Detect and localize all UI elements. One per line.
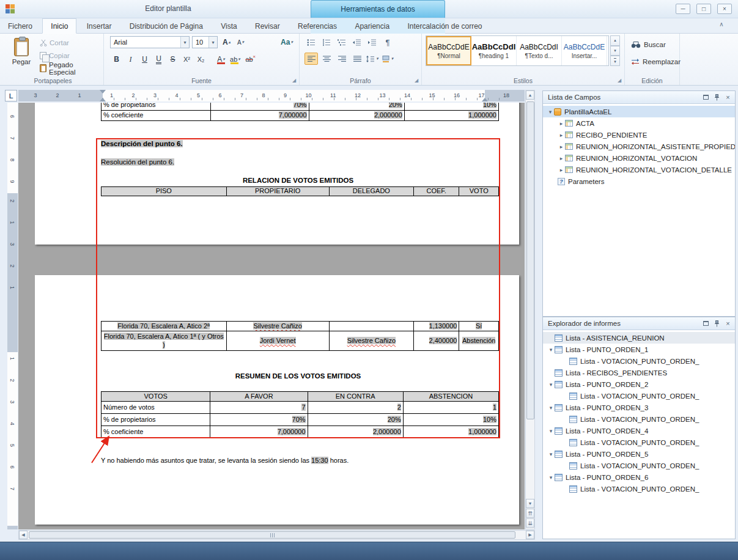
- gallery-expand-button[interactable]: ▾: [610, 56, 620, 66]
- italic-button[interactable]: I: [124, 53, 137, 65]
- scroll-up-button[interactable]: ▲: [526, 90, 534, 100]
- strikethrough-button[interactable]: S: [166, 53, 179, 65]
- dialog-launcher-icon[interactable]: ◢: [291, 78, 297, 84]
- expand-icon[interactable]: ▸: [558, 120, 565, 127]
- dialog-launcher-icon[interactable]: ◢: [616, 78, 622, 84]
- tab-apariencia[interactable]: Apariencia: [347, 19, 397, 34]
- superscript-button[interactable]: X²: [180, 53, 193, 65]
- double-underline-button[interactable]: U: [156, 55, 161, 64]
- coefficient-table[interactable]: % de propietarios 70% 20% 10% % coeficie…: [101, 103, 499, 121]
- table-row[interactable]: % de propietarios 70% 20% 10%: [101, 103, 499, 111]
- maximize-panel-button[interactable]: [701, 319, 710, 328]
- close-panel-button[interactable]: ×: [723, 319, 732, 328]
- horizontal-scrollbar[interactable]: ◀ ▶: [18, 530, 535, 540]
- paste-special-button[interactable]: Pegado Especial: [38, 62, 103, 74]
- shading-button[interactable]: ▾: [381, 53, 394, 65]
- scroll-down-button[interactable]: ▼: [526, 499, 534, 508]
- table-cell[interactable]: % de propietarios: [101, 103, 211, 111]
- collapse-icon[interactable]: ▾: [547, 428, 555, 434]
- next-page-button[interactable]: ⇊: [526, 518, 534, 528]
- style-item-insertar[interactable]: AaBbCcDdE Insertar...: [562, 36, 607, 65]
- text-highlight-button[interactable]: ab ▾: [229, 53, 242, 65]
- field-list-header[interactable]: Lista de Campos ×: [543, 91, 735, 104]
- tree-item-reunion-votacion[interactable]: ▸ REUNION_HORIZONTAL_VOTACION: [543, 152, 735, 164]
- table-cell[interactable]: % coeficiente: [101, 111, 211, 121]
- font-family-select[interactable]: Arial ▾: [110, 36, 190, 48]
- gallery-scroll-up-button[interactable]: ▴: [610, 35, 620, 46]
- shrink-font-button[interactable]: A▾: [234, 36, 247, 48]
- show-paragraph-marks-button[interactable]: ¶: [381, 36, 394, 48]
- chevron-down-icon[interactable]: ▾: [180, 37, 189, 48]
- closing-paragraph[interactable]: Y no habiendo más asuntos que tratar, se…: [101, 457, 349, 464]
- tree-item-plantillaactael[interactable]: ▾ PlantillaActaEL: [543, 106, 735, 117]
- tab-fichero[interactable]: Fichero: [0, 19, 40, 34]
- pin-panel-button[interactable]: [712, 319, 721, 328]
- report-explorer-header[interactable]: Explorador de informes ×: [543, 317, 735, 330]
- previous-page-button[interactable]: ⇈: [526, 509, 534, 518]
- tree-item-votacion-punto-orden[interactable]: Lista - VOTACION_PUNTO_ORDEN_: [543, 390, 735, 402]
- tree-item-recibo-pendiente[interactable]: ▸ RECIBO_PENDIENTE: [543, 129, 735, 141]
- justify-button[interactable]: [350, 53, 364, 65]
- expand-icon[interactable]: ▸: [558, 144, 565, 150]
- multilevel-list-button[interactable]: [335, 36, 349, 48]
- ribbon-collapse-icon[interactable]: ∧: [716, 21, 727, 31]
- line-spacing-button[interactable]: ▾: [366, 53, 379, 65]
- maximize-panel-button[interactable]: [701, 93, 710, 102]
- bullet-list-button[interactable]: [304, 36, 318, 48]
- chevron-down-icon[interactable]: ▾: [208, 37, 217, 48]
- align-left-button[interactable]: [304, 53, 318, 65]
- tab-distribucion-pagina[interactable]: Distribución de Página: [122, 19, 211, 34]
- tab-vista[interactable]: Vista: [213, 19, 245, 34]
- decrease-indent-button[interactable]: [350, 36, 364, 48]
- right-indent-marker[interactable]: [482, 98, 488, 101]
- tab-referencias[interactable]: Referencias: [290, 19, 345, 34]
- style-item-heading1[interactable]: AaBbCcDdI ¶heading 1: [471, 36, 517, 65]
- hanging-indent-marker[interactable]: [100, 98, 106, 101]
- dialog-launcher-icon[interactable]: ◢: [413, 78, 419, 84]
- tree-item-punto-orden-2[interactable]: ▾ Lista - PUNTO_ORDEN_2: [543, 378, 735, 390]
- minimize-button[interactable]: ─: [676, 4, 690, 14]
- clear-formatting-button[interactable]: ab ×: [243, 53, 256, 65]
- scroll-right-button[interactable]: ▶: [526, 531, 534, 539]
- increase-indent-button[interactable]: [366, 36, 379, 48]
- collapse-icon[interactable]: ▾: [547, 381, 555, 388]
- document-canvas[interactable]: % de propietarios 70% 20% 10% % coeficie…: [18, 103, 525, 529]
- tree-item-votacion-punto-orden[interactable]: Lista - VOTACION_PUNTO_ORDEN_: [543, 413, 735, 425]
- tree-item-reunion-votacion-detalle[interactable]: ▸ REUNION_HORIZONTAL_VOTACION_DETALLE: [543, 164, 735, 175]
- tree-item-votacion-punto-orden[interactable]: Lista - VOTACION_PUNTO_ORDEN_: [543, 460, 735, 471]
- table-row[interactable]: % coeficiente 7,000000 2,000000 1,000000: [101, 111, 499, 121]
- tree-item-asistencia-reunion[interactable]: Lista - ASISTENCIA_REUNION: [543, 332, 735, 344]
- tree-item-punto-orden-3[interactable]: ▾ Lista - PUNTO_ORDEN_3: [543, 402, 735, 413]
- bold-button[interactable]: B: [110, 53, 123, 65]
- tab-intercalacion-correo[interactable]: Intercalación de correo: [399, 19, 490, 34]
- merge-field[interactable]: 20%: [389, 103, 402, 108]
- close-button[interactable]: ×: [717, 4, 732, 14]
- expand-icon[interactable]: ▸: [558, 155, 565, 161]
- tree-item-punto-orden-6[interactable]: ▾ Lista - PUNTO_ORDEN_6: [543, 471, 735, 483]
- merge-field-time[interactable]: 15:30: [311, 457, 328, 464]
- grow-font-button[interactable]: A▴: [220, 36, 233, 48]
- expand-icon[interactable]: ▸: [558, 167, 565, 173]
- replace-button[interactable]: Reemplazar: [631, 56, 681, 68]
- find-button[interactable]: Buscar: [631, 39, 666, 51]
- tree-item-punto-orden-5[interactable]: ▾ Lista - PUNTO_ORDEN_5: [543, 448, 735, 460]
- copy-button[interactable]: Copiar: [38, 50, 72, 61]
- tab-revisar[interactable]: Revisar: [247, 19, 288, 34]
- horizontal-scroll-thumb[interactable]: [29, 531, 515, 539]
- first-line-indent-marker[interactable]: [100, 90, 106, 94]
- tree-item-acta[interactable]: ▸ ACTA: [543, 117, 735, 129]
- tab-stop-selector[interactable]: L: [5, 90, 17, 101]
- numbered-list-button[interactable]: [320, 36, 333, 48]
- subscript-button[interactable]: X₂: [194, 53, 207, 65]
- collapse-icon[interactable]: ▾: [547, 474, 555, 481]
- collapse-icon[interactable]: ▾: [547, 405, 555, 411]
- tree-item-reunion-asistente-propiedad[interactable]: ▸ REUNION_HORIZONTAL_ASISTENTE_PROPIEDAD: [543, 141, 735, 152]
- tab-insertar[interactable]: Insertar: [79, 19, 120, 34]
- tab-inicio[interactable]: Inicio: [42, 18, 76, 34]
- close-panel-button[interactable]: ×: [723, 93, 732, 102]
- gallery-scroll-down-button[interactable]: ▾: [610, 46, 620, 56]
- font-size-select[interactable]: 10 ▾: [192, 36, 218, 48]
- cut-button[interactable]: Cortar: [38, 37, 71, 48]
- merge-field[interactable]: 1,000000: [468, 111, 496, 119]
- expand-icon[interactable]: ▸: [558, 132, 565, 138]
